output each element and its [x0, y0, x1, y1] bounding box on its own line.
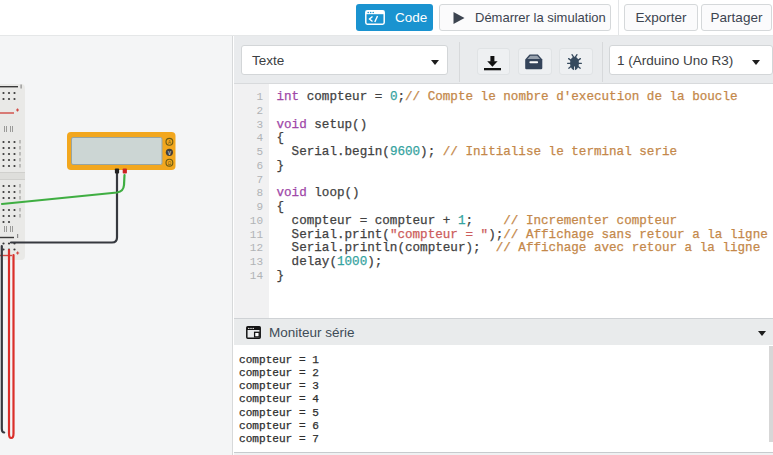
svg-text:V: V [168, 151, 171, 156]
svg-text:A: A [168, 140, 171, 145]
